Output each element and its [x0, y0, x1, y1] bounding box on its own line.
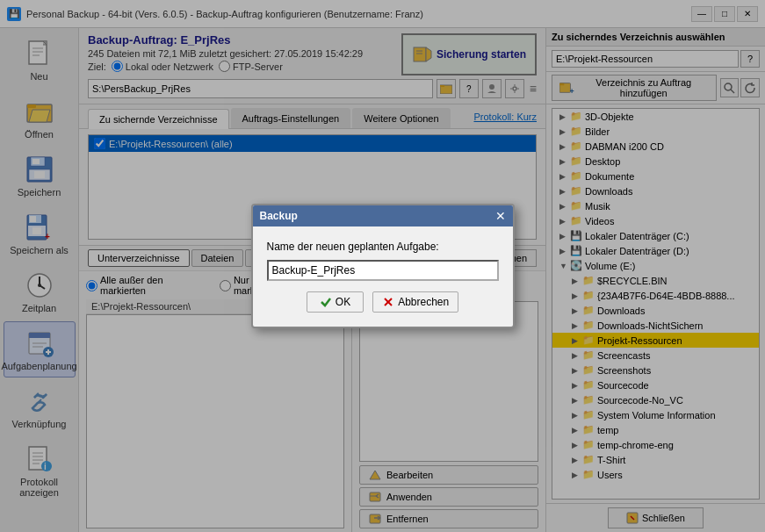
- backup-dialog: Backup ✕ Name der neuen geplanten Aufgab…: [251, 204, 515, 328]
- dialog-title: Backup: [260, 210, 298, 222]
- dialog-buttons: OK Abbrechen: [267, 291, 499, 313]
- dialog-label: Name der neuen geplanten Aufgabe:: [267, 241, 499, 253]
- ok-label: OK: [336, 296, 350, 308]
- dialog-ok-button[interactable]: OK: [307, 291, 364, 313]
- ok-checkmark-icon: [320, 296, 332, 308]
- cancel-label: Abbrechen: [398, 296, 449, 308]
- dialog-title-bar: Backup ✕: [253, 205, 513, 226]
- dialog-close-button[interactable]: ✕: [495, 209, 506, 223]
- dialog-cancel-button[interactable]: Abbrechen: [372, 291, 458, 313]
- dialog-overlay: Backup ✕ Name der neuen geplanten Aufgab…: [0, 0, 765, 532]
- dialog-name-input[interactable]: [267, 260, 499, 281]
- cancel-x-icon: [382, 296, 394, 308]
- dialog-body: Name der neuen geplanten Aufgabe: OK Abb…: [253, 226, 513, 327]
